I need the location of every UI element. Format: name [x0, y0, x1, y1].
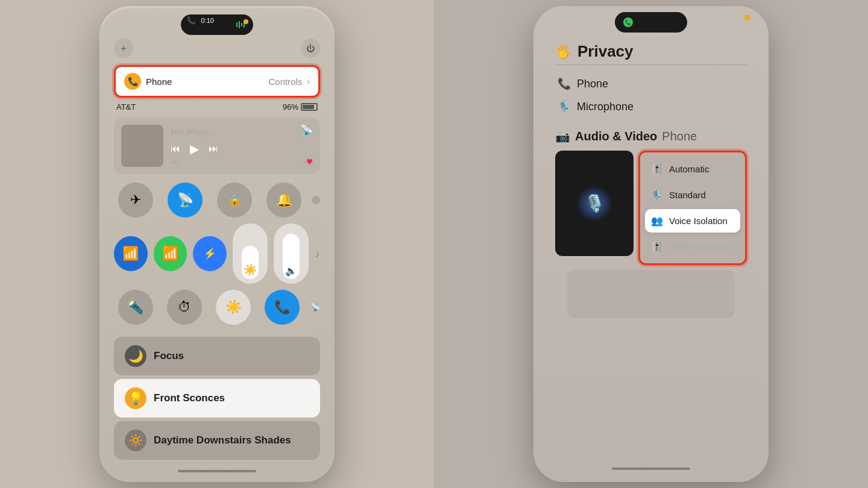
music-note: ♪: [315, 248, 320, 260]
mic-glow: 🎙️: [576, 186, 612, 222]
carrier-name: AT&T: [116, 102, 136, 111]
focus-button[interactable]: 🌙 Focus: [114, 337, 320, 375]
bluetooth-button[interactable]: ⚡: [193, 236, 227, 271]
play-button[interactable]: ▶: [190, 142, 199, 156]
timer-button[interactable]: ⏱: [167, 290, 202, 325]
av-section: 📷 Audio & Video Phone 🎙️ 🎚️ Automatic: [543, 124, 759, 328]
airplay-button[interactable]: 📡: [300, 124, 313, 137]
phone-label: Phone: [146, 77, 263, 87]
brightness-icon: ☀️: [244, 263, 257, 277]
signal-row: AT&T 96%: [109, 100, 325, 114]
controls-row-3: 🔦 ⏱ ☀️ 📞 📡: [114, 290, 320, 325]
privacy-divider: [555, 64, 747, 65]
phone-inner-left: 📞 0:10 ＋ ⏻ 📞 Phone Controls: [99, 8, 335, 482]
signal-icon: 📡: [310, 302, 320, 312]
lightbulb-icon: 💡: [125, 387, 146, 409]
av-title: Audio & Video: [575, 130, 657, 143]
front-sconces-button[interactable]: 💡 Front Sconces: [114, 379, 320, 418]
av-header: 📷 Audio & Video Phone: [555, 129, 747, 143]
phone-controls-banner[interactable]: 📞 Phone Controls ›: [114, 65, 320, 98]
volume-slider[interactable]: 🔈: [274, 224, 309, 284]
flashlight-button[interactable]: 🔦: [118, 290, 153, 325]
green-phone-icon: 📞: [558, 77, 571, 90]
call-indicator: 📞: [623, 17, 633, 27]
automatic-label: Automatic: [669, 164, 709, 174]
phone-frame-right: 📞 🖐 Privacy 📞 Phone 🎙️ Microphone: [533, 6, 769, 482]
media-controls[interactable]: ⏮ ▶ ⏭: [171, 142, 313, 156]
wifi-button[interactable]: 📶: [114, 236, 148, 271]
hand-icon: 🖐: [555, 44, 571, 60]
power-button[interactable]: ⏻: [301, 39, 320, 58]
controls-row-2: 📶 📶 ⚡ ☀️ 🔈 ♪: [114, 224, 320, 284]
daytime-shades-button[interactable]: 🔆 Daytime Downstairs Shades: [114, 421, 320, 460]
controls-grid: ✈ 📡 🔒 🔔 📶 📶 ⚡: [109, 178, 325, 333]
privacy-title: Privacy: [577, 42, 634, 61]
media-progress: -:-- --:--: [171, 158, 313, 165]
phone-frame-left: 📞 0:10 ＋ ⏻ 📞 Phone Controls: [99, 6, 335, 482]
daytime-shades-label: Daytime Downstairs Shades: [154, 434, 291, 446]
moon-icon: 🌙: [125, 345, 146, 367]
right-panel: 📞 🖐 Privacy 📞 Phone 🎙️ Microphone: [434, 0, 868, 488]
mic-option-automatic[interactable]: 🎚️ Automatic: [645, 157, 740, 181]
privacy-microphone-item[interactable]: 🎙️ Microphone: [555, 95, 747, 118]
privacy-microphone-label: Microphone: [577, 101, 634, 113]
av-content: 🎙️ 🎚️ Automatic 🎙️ Standard: [555, 151, 747, 265]
privacy-phone-item[interactable]: 📞 Phone: [555, 72, 747, 95]
lock-rotation-button[interactable]: 🔒: [217, 183, 252, 217]
voice-isolation-icon: 👥: [651, 215, 663, 227]
album-art: [121, 125, 163, 167]
privacy-header: 🖐 Privacy: [555, 42, 747, 61]
mic-option-voice-isolation[interactable]: 👥 Voice Isolation: [645, 209, 740, 233]
dynamic-island-left: 📞 0:10: [181, 14, 253, 35]
battery-percent: 96%: [283, 102, 298, 111]
av-subtitle: Phone: [662, 130, 697, 143]
cellular-button[interactable]: 📶: [154, 236, 187, 271]
bell-button[interactable]: 🔔: [266, 183, 301, 217]
phone-inner-right: 📞 🖐 Privacy 📞 Phone 🎙️ Microphone: [533, 6, 769, 482]
shades-icon: 🔆: [125, 430, 146, 451]
standard-icon: 🎙️: [651, 189, 663, 201]
focus-label: Focus: [154, 350, 184, 362]
phone-orange-icon: 📞: [124, 73, 141, 90]
voice-isolation-label: Voice Isolation: [669, 216, 728, 226]
volume-icon: 🔈: [285, 265, 297, 277]
orange-indicator: [744, 14, 750, 20]
dot-indicator: [312, 196, 320, 204]
wifi-control-button[interactable]: 📡: [168, 183, 203, 217]
privacy-phone-label: Phone: [577, 78, 608, 90]
controls-row-1: ✈ 📡 🔒 🔔: [114, 183, 320, 217]
heart-button[interactable]: ♥: [306, 155, 313, 168]
video-thumbnail: 🎙️: [555, 151, 634, 256]
media-info: Not Playi... ⏮ ▶ ⏭ -:-- --:--: [171, 127, 313, 165]
fastforward-button[interactable]: ⏭: [209, 143, 218, 154]
left-panel: 📞 0:10 ＋ ⏻ 📞 Phone Controls: [0, 0, 434, 488]
scroll-indicator-right: [612, 468, 690, 470]
mic-options-panel: 🎚️ Automatic 🎙️ Standard 👥 Voice Isolati…: [638, 151, 747, 265]
standard-label: Standard: [669, 190, 706, 200]
wide-spectrum-icon: 🎚️: [651, 241, 663, 252]
orange-mic-icon: 🎙️: [558, 100, 571, 113]
media-player[interactable]: Not Playi... ⏮ ▶ ⏭ -:-- --:-- 📡 ♥: [114, 117, 320, 174]
wide-spectrum-label: Wide Spectrum: [669, 242, 731, 252]
automatic-icon: 🎚️: [651, 163, 663, 175]
dynamic-island-right: 📞: [615, 12, 687, 33]
airplane-mode-button[interactable]: ✈: [118, 183, 153, 217]
add-button[interactable]: ＋: [114, 39, 133, 58]
camera-icon: 📷: [555, 129, 570, 143]
brightness-slider[interactable]: ☀️: [233, 224, 268, 284]
time-elapsed: -:--: [171, 158, 178, 165]
scroll-indicator: [178, 470, 256, 472]
controls-label: Controls: [268, 77, 302, 87]
sliders-container: ☀️ 🔈: [233, 224, 309, 284]
media-title: Not Playi...: [171, 127, 313, 137]
mic-option-standard[interactable]: 🎙️ Standard: [645, 183, 740, 207]
bottom-card: [567, 270, 735, 318]
controls-arrow: ›: [307, 77, 310, 86]
call-time: 0:10: [201, 17, 213, 24]
rewind-button[interactable]: ⏮: [171, 143, 180, 154]
front-sconces-label: Front Sconces: [154, 392, 225, 404]
sun-button[interactable]: ☀️: [216, 290, 251, 325]
phone-button[interactable]: 📞: [265, 290, 300, 325]
mic-option-wide-spectrum[interactable]: 🎚️ Wide Spectrum: [645, 235, 740, 258]
